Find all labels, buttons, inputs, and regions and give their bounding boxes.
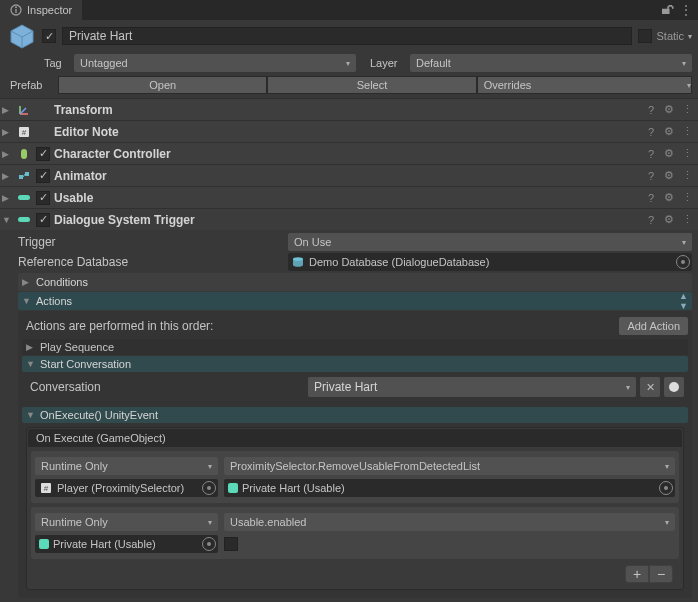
usable-icon (228, 483, 238, 493)
prefab-open-button[interactable]: Open (58, 76, 267, 94)
help-icon[interactable]: ? (644, 148, 658, 160)
clear-button[interactable]: ✕ (640, 377, 660, 397)
help-icon[interactable]: ? (644, 126, 658, 138)
svg-point-1 (15, 6, 17, 8)
event-mode-dropdown[interactable]: Runtime Only▾ (35, 457, 218, 475)
actions-header[interactable]: ▼ Actions ▲▼ (18, 292, 692, 310)
component-header-character-controller[interactable]: ▶Character Controller?⚙⋮ (0, 142, 698, 164)
add-action-button[interactable]: Add Action (619, 317, 688, 335)
play-sequence-header[interactable]: ▶ Play Sequence (22, 339, 688, 355)
record-button[interactable] (664, 377, 684, 397)
component-header-editor-note[interactable]: ▶#Editor Note?⚙⋮ (0, 120, 698, 142)
prefab-select-button[interactable]: Select (267, 76, 476, 94)
event-target-object[interactable]: #Player (ProximitySelector) (35, 479, 218, 497)
svg-line-7 (20, 108, 26, 114)
chevron-down-icon: ▼ (22, 296, 32, 306)
chevron-right-icon: ▶ (22, 277, 32, 287)
event-mode-dropdown[interactable]: Runtime Only▾ (35, 513, 218, 531)
help-icon[interactable]: ? (644, 214, 658, 226)
component-header-transform[interactable]: ▶Transform?⚙⋮ (0, 98, 698, 120)
component-header-usable[interactable]: ▶Usable?⚙⋮ (0, 186, 698, 208)
gameobject-enabled-checkbox[interactable] (42, 29, 56, 43)
preset-icon[interactable]: ⚙ (662, 147, 676, 160)
component-header-dialogue-system-trigger[interactable]: ▼Dialogue System Trigger?⚙⋮ (0, 208, 698, 230)
preset-icon[interactable]: ⚙ (662, 103, 676, 116)
layer-label: Layer (370, 57, 404, 69)
trigger-dropdown[interactable]: On Use▾ (288, 233, 692, 251)
event-function-dropdown[interactable]: ProximitySelector.RemoveUsableFromDetect… (224, 457, 675, 475)
object-picker-icon[interactable] (202, 481, 216, 495)
component-title: Character Controller (54, 147, 640, 161)
database-icon (292, 257, 304, 267)
event-entry: Runtime Only▾ProximitySelector.RemoveUsa… (31, 451, 679, 503)
gameobject-icon[interactable] (8, 22, 36, 50)
kebab-icon[interactable]: ⋮ (680, 125, 694, 138)
help-icon[interactable]: ? (644, 192, 658, 204)
preset-icon[interactable]: ⚙ (662, 191, 676, 204)
static-checkbox[interactable] (638, 29, 652, 43)
chevron-right-icon: ▶ (26, 342, 36, 352)
component-header-animator[interactable]: ▶Animator?⚙⋮ (0, 164, 698, 186)
kebab-icon[interactable]: ⋮ (680, 147, 694, 160)
conditions-header[interactable]: ▶ Conditions (18, 273, 692, 291)
chevron-down-icon: ▼ (26, 359, 36, 369)
chevron-right-icon[interactable]: ▶ (2, 105, 12, 115)
chevron-right-icon[interactable]: ▶ (2, 171, 12, 181)
kebab-icon[interactable]: ⋮ (680, 103, 694, 116)
refdb-label: Reference Database (18, 255, 282, 269)
svg-rect-12 (25, 172, 29, 176)
component-enabled-checkbox[interactable] (36, 213, 50, 227)
preset-icon[interactable]: ⚙ (662, 213, 676, 226)
event-title: On Execute (GameObject) (28, 429, 682, 447)
svg-rect-2 (15, 9, 16, 13)
add-event-button[interactable]: + (625, 565, 649, 583)
lock-icon[interactable]: 🔓︎ (662, 3, 674, 17)
remove-event-button[interactable]: − (649, 565, 673, 583)
panel-menu-icon[interactable]: ⋮ (680, 3, 692, 17)
preset-icon[interactable]: ⚙ (662, 169, 676, 182)
chevron-right-icon[interactable]: ▶ (2, 193, 12, 203)
svg-text:#: # (22, 128, 27, 137)
svg-rect-10 (21, 149, 27, 159)
onexecute-header[interactable]: ▼ OnExecute() UnityEvent (22, 407, 688, 423)
object-picker-icon[interactable] (659, 481, 673, 495)
actions-hint: Actions are performed in this order: (26, 319, 213, 333)
event-function-dropdown[interactable]: Usable.enabled▾ (224, 513, 675, 531)
inspector-icon (10, 4, 22, 16)
event-param-bool[interactable] (224, 537, 238, 551)
chevron-down-icon[interactable]: ▼ (2, 215, 12, 225)
help-icon[interactable]: ? (644, 104, 658, 116)
svg-rect-11 (19, 175, 23, 179)
start-conversation-header[interactable]: ▼ Start Conversation (22, 356, 688, 372)
sort-handle-icon[interactable]: ▲▼ (679, 291, 688, 311)
component-icon (16, 190, 32, 206)
component-enabled-checkbox[interactable] (36, 169, 50, 183)
refdb-field[interactable]: Demo Database (DialogueDatabase) (288, 253, 692, 271)
help-icon[interactable]: ? (644, 170, 658, 182)
chevron-right-icon[interactable]: ▶ (2, 127, 12, 137)
component-enabled-checkbox[interactable] (36, 191, 50, 205)
chevron-right-icon[interactable]: ▶ (2, 149, 12, 159)
static-label: Static (656, 30, 684, 42)
kebab-icon[interactable]: ⋮ (680, 169, 694, 182)
object-picker-icon[interactable] (676, 255, 690, 269)
kebab-icon[interactable]: ⋮ (680, 213, 694, 226)
kebab-icon[interactable]: ⋮ (680, 191, 694, 204)
component-enabled-checkbox[interactable] (36, 147, 50, 161)
inspector-tab-label: Inspector (27, 4, 72, 16)
tag-dropdown[interactable]: Untagged▾ (74, 54, 356, 72)
layer-dropdown[interactable]: Default▾ (410, 54, 692, 72)
component-icon (16, 146, 32, 162)
prefab-overrides-dropdown[interactable]: Overrides▾ (477, 76, 692, 94)
inspector-tab[interactable]: Inspector (0, 0, 82, 20)
object-picker-icon[interactable] (202, 537, 216, 551)
static-dropdown-icon[interactable]: ▾ (688, 32, 692, 41)
event-param-object[interactable]: Private Hart (Usable) (224, 479, 675, 497)
conversation-dropdown[interactable]: Private Hart▾ (308, 377, 636, 397)
preset-icon[interactable]: ⚙ (662, 125, 676, 138)
component-icon: # (16, 124, 32, 140)
chevron-down-icon: ▼ (26, 410, 36, 420)
trigger-label: Trigger (18, 235, 282, 249)
event-target-object[interactable]: Private Hart (Usable) (35, 535, 218, 553)
gameobject-name-field[interactable] (62, 27, 632, 45)
